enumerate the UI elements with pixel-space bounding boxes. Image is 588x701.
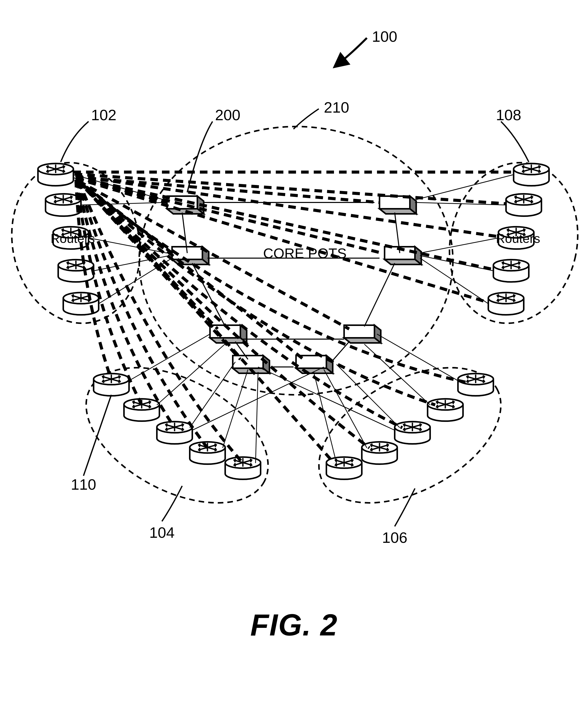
svg-line-46 [324,370,367,448]
svg-line-38 [126,334,210,382]
router [58,260,94,282]
router [427,399,463,421]
router [458,374,493,396]
ref-200: 200 [215,106,240,124]
svg-line-43 [377,334,461,382]
svg-line-40 [190,362,235,428]
svg-line-28 [81,202,165,205]
ref-104: 104 [149,524,175,541]
router [506,194,541,216]
router [326,457,362,479]
core-box [379,196,416,214]
router [190,442,225,464]
svg-line-44 [364,344,430,405]
router [38,164,73,186]
ref-100: 100 [372,28,397,45]
svg-line-24 [331,341,349,362]
router [395,422,430,444]
svg-line-42 [256,372,258,463]
network-diagram: CORE POTS Routers Routers [0,0,588,701]
figure-caption: FIG. 2 [0,607,588,642]
core-label: CORE POTS [263,245,347,261]
ref-110: 110 [71,476,96,493]
svg-line-63 [83,395,111,476]
svg-line-36 [420,256,493,271]
router [514,164,549,186]
ref-108: 108 [496,106,521,124]
router [94,374,129,396]
ref-102: 102 [91,106,116,124]
routers-left-label: Routers [51,232,95,246]
svg-line-26 [364,263,395,326]
routers-right-label: Routers [496,232,540,246]
router [157,422,192,444]
router [362,442,397,464]
ref-210: 210 [324,99,349,116]
core-box [167,196,204,214]
ref-106: 106 [382,529,407,546]
router [488,292,524,315]
svg-line-33 [415,175,514,200]
svg-line-51 [75,174,506,204]
svg-line-35 [420,238,499,253]
router [493,260,529,282]
